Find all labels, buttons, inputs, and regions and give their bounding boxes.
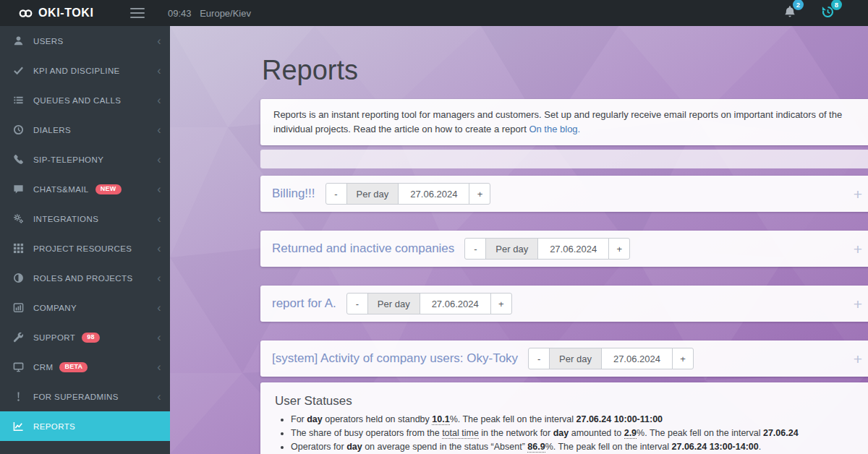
reports-list: Billing!!!-Per day27.06.2024++Returned a… <box>260 176 868 377</box>
sidebar-item-support[interactable]: SUPPORT98‹ <box>0 322 170 352</box>
intro-text: individual projects. Read the article on… <box>273 124 529 134</box>
call-history-button[interactable]: 8 <box>821 5 835 22</box>
status-text-segment: Operators for <box>291 442 346 452</box>
period-prev-button[interactable]: - <box>326 183 347 205</box>
report-row: [system] Activity of company users: Oky-… <box>260 340 868 377</box>
status-text-segment: 2.9 <box>624 428 637 439</box>
blog-link[interactable]: On the blog. <box>529 124 580 134</box>
status-text-segment: . <box>759 442 761 452</box>
period-prev-button[interactable]: - <box>528 348 550 369</box>
status-text-segment: For <box>291 414 307 424</box>
period-next-button[interactable]: + <box>469 183 490 205</box>
report-title[interactable]: Billing!!! <box>272 187 315 201</box>
content: Reports Reports is an instant reporting … <box>170 26 868 454</box>
status-text-segment: 86.9 <box>527 442 545 453</box>
brand[interactable]: OKI-TOKI <box>0 7 123 20</box>
sidebar: USERS‹KPI AND DISCIPLINE‹QUEUES AND CALL… <box>0 26 170 454</box>
topbar-actions: 2 8 <box>783 5 868 22</box>
notifications-button[interactable]: 2 <box>783 5 796 21</box>
sidebar-item-queues-and-calls[interactable]: QUEUES AND CALLS‹ <box>0 85 170 115</box>
sidebar-item-for-superadmins[interactable]: FOR SUPERADMINS‹ <box>0 382 170 411</box>
contrast-icon <box>13 273 25 284</box>
report-row: report for A.-Per day27.06.2024++ <box>260 286 868 322</box>
period-controls: -Per day27.06.2024+ <box>346 293 512 314</box>
sidebar-item-kpi-and-discipline[interactable]: KPI AND DISCIPLINE‹ <box>0 56 170 85</box>
add-icon[interactable]: + <box>854 351 862 367</box>
sidebar-item-sip-telephony[interactable]: SIP-TELEPHONY‹ <box>0 145 170 174</box>
status-text-segment: 10.1 <box>432 414 449 425</box>
sidebar-item-chats-mail[interactable]: CHATS&MAILNEW‹ <box>0 174 170 204</box>
add-icon[interactable]: + <box>854 241 862 257</box>
clock-icon <box>13 124 25 136</box>
period-next-button[interactable]: + <box>490 293 512 314</box>
hamburger-menu-icon[interactable] <box>130 8 145 18</box>
status-text-segment: 27.06.24 <box>763 428 799 438</box>
intro-text-line1: Reports is an instant reporting tool for… <box>273 108 868 122</box>
report-title[interactable]: [system] Activity of company users: Oky-… <box>272 351 518 366</box>
report-title[interactable]: Returned and inactive companies <box>272 241 454 256</box>
status-bullet: The share of busy operators from the tot… <box>291 428 868 438</box>
sidebar-item-crm[interactable]: CRMBETA‹ <box>0 352 170 382</box>
status-text-segment: day <box>346 442 362 452</box>
status-text-segment: day <box>307 414 323 424</box>
list-icon <box>13 95 25 106</box>
sidebar-item-label: FOR SUPERADMINS <box>33 393 119 401</box>
status-text-segment: The share of busy operators from the <box>291 428 442 438</box>
status-text-segment: %. The peak fell on the interval <box>450 414 576 424</box>
sidebar-item-reports[interactable]: REPORTS <box>0 411 170 441</box>
gears-icon <box>13 213 25 225</box>
user-statuses-title: User Statuses <box>275 394 868 408</box>
chevron-left-icon: ‹ <box>157 361 161 373</box>
add-icon[interactable]: + <box>854 187 862 202</box>
sidebar-badge: 98 <box>82 333 100 343</box>
period-select-button[interactable]: Per day <box>367 293 420 314</box>
period-next-button[interactable]: + <box>608 238 630 260</box>
sidebar-item-label: REPORTS <box>33 422 75 431</box>
date-button[interactable]: 27.06.2024 <box>398 183 469 205</box>
sidebar-item-integrations[interactable]: INTEGRATIONS‹ <box>0 204 170 234</box>
sidebar-item-label: SUPPORT <box>33 333 75 342</box>
date-button[interactable]: 27.06.2024 <box>420 293 491 314</box>
phone-icon <box>13 154 25 166</box>
chevron-left-icon: ‹ <box>157 65 161 77</box>
report-row: Billing!!!-Per day27.06.2024++ <box>260 176 868 212</box>
sidebar-item-label: COMPANY <box>33 304 77 312</box>
status-text-segment: %. The peak fell on the interval <box>637 428 763 438</box>
period-select-button[interactable]: Per day <box>485 238 538 260</box>
sidebar-item-project-resources[interactable]: PROJECT RESOURCES‹ <box>0 234 170 263</box>
add-icon[interactable]: + <box>854 296 862 312</box>
chevron-left-icon: ‹ <box>157 95 161 106</box>
user-statuses-list: For day operators held on standby 10.1%.… <box>275 414 868 452</box>
period-controls: -Per day27.06.2024+ <box>528 348 694 369</box>
status-text-segment: 27.06.24 13:00-14:00 <box>672 442 759 452</box>
date-button[interactable]: 27.06.2024 <box>537 238 609 260</box>
period-controls: -Per day27.06.2024+ <box>326 183 491 205</box>
period-prev-button[interactable]: - <box>464 238 486 260</box>
report-title[interactable]: report for A. <box>272 296 336 311</box>
sidebar-item-roles-and-projects[interactable]: ROLES AND PROJECTS‹ <box>0 263 170 293</box>
current-time: 09:43 <box>168 8 192 19</box>
sidebar-item-label: CRM <box>33 363 53 372</box>
chat-icon <box>13 184 25 195</box>
user-icon <box>13 35 25 47</box>
period-prev-button[interactable]: - <box>346 293 368 314</box>
sidebar-item-users[interactable]: USERS‹ <box>0 26 170 56</box>
sidebar-item-company[interactable]: COMPANY‹ <box>0 293 170 322</box>
exclamation-icon <box>13 391 25 403</box>
date-button[interactable]: 27.06.2024 <box>601 348 673 369</box>
sidebar-badge: BETA <box>59 362 88 372</box>
oki-toki-logo-icon <box>19 9 33 18</box>
reports-list-header <box>260 150 868 168</box>
period-next-button[interactable]: + <box>672 348 694 369</box>
chevron-left-icon: ‹ <box>157 302 161 314</box>
clock-timezone: 09:43 Europe/Kiev <box>168 8 251 19</box>
chevron-left-icon: ‹ <box>157 391 161 403</box>
period-controls: -Per day27.06.2024+ <box>464 238 630 260</box>
period-select-button[interactable]: Per day <box>549 348 602 369</box>
sidebar-item-label: DIALERS <box>33 126 71 134</box>
status-text-segment: on average spend in the status “Absent” <box>362 442 528 452</box>
chevron-left-icon: ‹ <box>157 124 161 136</box>
period-select-button[interactable]: Per day <box>346 183 399 205</box>
notifications-count-badge: 2 <box>793 0 804 10</box>
sidebar-item-dialers[interactable]: DIALERS‹ <box>0 115 170 145</box>
